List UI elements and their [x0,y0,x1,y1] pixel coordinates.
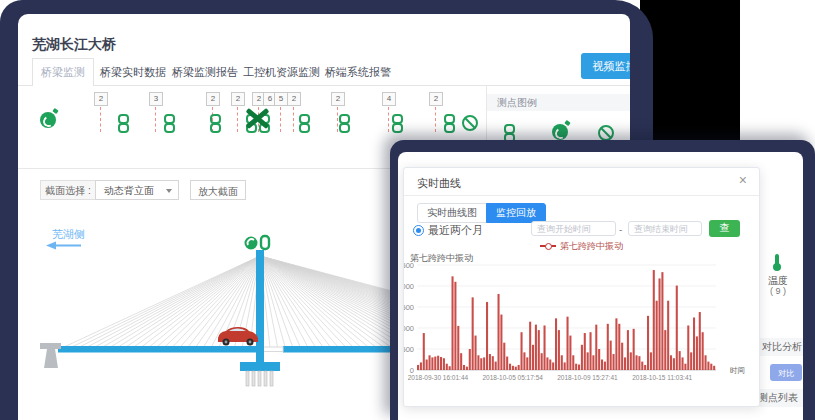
legend-anemometer-icon [552,124,568,140]
compare-analysis-button[interactable]: 对比分析 [770,364,802,381]
sensor-count-badge: 2 [231,92,245,106]
joint-sensor-icon[interactable] [210,114,221,133]
sensor-tie-line [435,107,436,132]
sensor-count-badge: 2 [94,92,108,106]
legend-panel-header: 测点图例 [487,94,630,111]
query-button[interactable]: 查询 [709,220,740,237]
maintenance-tools-icon [242,108,272,130]
chart-legend[interactable]: 第七跨跨中振动 [404,240,759,252]
svg-text:1,000: 1,000 [404,324,414,333]
svg-text:2,000: 2,000 [404,282,414,291]
date-range-separator: - [619,224,622,235]
svg-text:1,500: 1,500 [404,303,414,312]
sensor-count-badge: 2 [287,92,301,106]
sensor-count-badge: 5 [274,92,288,106]
enlarge-section-button[interactable]: 放大截面 [190,180,246,200]
section-select-label: 截面选择 : [40,180,96,200]
vibration-chart: 05001,0001,5002,0002,5002018-09-30 16:01… [404,258,756,398]
tab-bridge-realtime-data[interactable]: 桥梁实时数据 [100,65,166,80]
svg-text:2,500: 2,500 [404,261,414,270]
anemometer-icon[interactable] [40,112,56,128]
joint-sensor-icon[interactable] [164,114,175,133]
svg-text:2018-10-09 15:27:41: 2018-10-09 15:27:41 [557,374,618,381]
tab-bridge-monitor[interactable]: 桥梁监测 [32,58,94,86]
video-monitor-button[interactable]: 视频监控 [581,53,630,79]
popup-window: 温度 ( 9 ) 对比分析 对比分析 测点列表 实时曲线 × 实时曲线图 监控回… [390,140,815,420]
bridge-deck [58,346,263,353]
svg-text:2018-10-05 05:17:54: 2018-10-05 05:17:54 [483,374,544,381]
sensor-count-badge: 2 [429,92,443,106]
sensor-count-badge: 3 [149,92,163,106]
background-black-region [640,0,740,146]
sensor-tie-line [280,107,281,132]
query-end-time-input[interactable] [628,221,702,236]
joint-sensor-icon[interactable] [339,114,350,133]
disabled-sensor-icon[interactable] [462,115,478,131]
temperature-count: ( 9 ) [762,286,794,296]
sensor-count-badge: 2 [206,92,220,106]
sensor-count-badge: 2 [331,92,345,106]
joint-sensor-icon[interactable] [299,114,310,133]
tower-sensor-icons[interactable] [245,236,270,250]
legend-disabled-icon [598,125,614,141]
close-icon[interactable]: × [739,172,747,188]
dialog-title: 实时曲线 [417,176,461,191]
sensor-tie-line [237,107,238,132]
popup-window-content: 温度 ( 9 ) 对比分析 对比分析 测点列表 实时曲线 × 实时曲线图 监控回… [398,152,803,420]
realtime-curve-dialog: 实时曲线 × 实时曲线图 监控回放 最近两个月 - 查询 第七跨跨中振动 第七跨… [403,167,760,407]
page-title: 芜湖长江大桥 [32,36,116,54]
bridge-tower [256,250,264,371]
tab-bridge-system-alarm[interactable]: 桥端系统报警 [325,65,391,80]
dialog-header-divider [404,195,759,196]
tab-monitor-playback[interactable]: 监控回放 [486,203,546,223]
chevron-down-icon [166,189,172,193]
last-two-months-radio[interactable] [413,225,424,236]
svg-text:500: 500 [404,345,414,354]
last-two-months-label: 最近两个月 [428,223,483,238]
svg-text:2018-09-30 16:01:44: 2018-09-30 16:01:44 [408,374,469,381]
joint-sensor-icon[interactable] [118,114,129,133]
sensor-tie-line [388,107,389,132]
legend-series-label: 第七跨跨中振动 [560,240,623,253]
joint-sensor-icon[interactable] [444,114,455,133]
legend-marker-icon [540,245,556,247]
svg-text:2018-10-15 11:03:41: 2018-10-15 11:03:41 [632,374,692,381]
tab-bridge-monitor-report[interactable]: 桥梁监测报告 [172,65,238,80]
bridge-abutment [40,343,61,368]
tab-realtime-curve-chart[interactable]: 实时曲线图 [417,203,487,223]
tower-foundation [240,362,280,386]
sensor-tie-line [293,107,294,132]
tabbar-divider [18,85,630,86]
sensor-tie-line [337,107,338,132]
sensor-count-badge: 4 [382,92,396,106]
thermometer-icon[interactable] [775,254,779,266]
sensor-tie-line [100,107,101,132]
svg-text:时间: 时间 [730,366,745,375]
query-start-time-input[interactable] [531,221,616,236]
sensor-tie-line [155,107,156,132]
tab-ipc-resource-monitor[interactable]: 工控机资源监测 [243,65,320,80]
joint-sensor-icon[interactable] [392,114,403,133]
screen: 芜湖长江大桥 视频监控 桥梁监测 桥梁实时数据 桥梁监测报告 工控机资源监测 桥… [0,0,815,420]
section-select-value: 动态背立面 [104,185,154,196]
expansion-joint [263,347,283,352]
section-select-dropdown[interactable]: 动态背立面 [95,180,179,200]
